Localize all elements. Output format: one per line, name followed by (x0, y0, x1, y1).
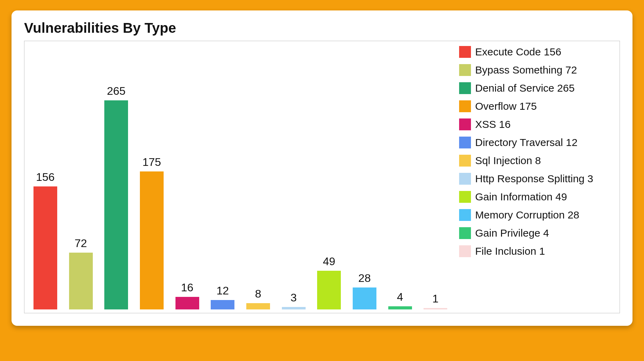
legend-item: Gain Information 49 (459, 191, 613, 203)
legend-item: XSS 16 (459, 118, 613, 130)
bar (353, 287, 376, 309)
legend-label: Execute Code 156 (475, 46, 561, 58)
legend-label: Overflow 175 (475, 100, 537, 112)
bar-slot: 16 (172, 48, 203, 309)
legend-label: Gain Privilege 4 (475, 227, 549, 239)
legend-swatch (459, 82, 471, 94)
legend-item: Sql Injection 8 (459, 155, 613, 167)
bar-value-label: 8 (255, 287, 261, 300)
bar-value-label: 265 (107, 85, 125, 98)
legend-swatch (459, 173, 471, 185)
legend-item: Gain Privilege 4 (459, 227, 613, 239)
bar-value-label: 72 (75, 237, 87, 250)
legend-item: Denial of Service 265 (459, 82, 613, 94)
bar-value-label: 28 (358, 272, 371, 285)
legend: Execute Code 156Bypass Something 72Denia… (453, 45, 613, 309)
legend-swatch (459, 137, 471, 148)
legend-swatch (459, 46, 471, 58)
bar-value-label: 156 (36, 171, 54, 184)
legend-swatch (459, 209, 471, 221)
bar (140, 171, 164, 309)
legend-label: Memory Corruption 28 (475, 209, 579, 221)
bar-value-label: 16 (181, 281, 194, 294)
bar-slot: 72 (66, 48, 96, 309)
legend-swatch (459, 245, 471, 257)
legend-label: Bypass Something 72 (475, 64, 577, 76)
legend-item: Memory Corruption 28 (459, 209, 613, 221)
bar-slot: 3 (278, 48, 309, 309)
bar-slot: 8 (243, 48, 274, 309)
legend-item: Overflow 175 (459, 100, 613, 112)
legend-label: Denial of Service 265 (475, 82, 575, 94)
bar-slot: 12 (207, 48, 238, 309)
legend-label: Gain Information 49 (475, 191, 567, 203)
bar-value-label: 4 (397, 291, 403, 304)
bar (424, 308, 447, 309)
bar (175, 297, 199, 309)
legend-swatch (459, 64, 471, 76)
plot-area: 15672265175161283492841 (28, 45, 453, 309)
bar-slot: 1 (420, 48, 451, 309)
chart-card: Vulnerabilities By Type 1567226517516128… (12, 10, 632, 326)
legend-label: Sql Injection 8 (475, 155, 541, 167)
bar-slot: 175 (136, 48, 167, 309)
bar (317, 271, 341, 309)
bar (33, 186, 57, 309)
bar-value-label: 1 (432, 292, 439, 305)
legend-item: File Inclusion 1 (459, 245, 613, 257)
bar (282, 307, 306, 309)
chart-title: Vulnerabilities By Type (24, 20, 620, 36)
legend-label: File Inclusion 1 (475, 245, 545, 257)
bar-value-label: 12 (216, 284, 229, 297)
legend-swatch (459, 191, 471, 203)
bar (69, 253, 93, 309)
bar (104, 100, 128, 309)
legend-swatch (459, 118, 471, 130)
legend-item: Bypass Something 72 (459, 64, 613, 76)
bar-value-label: 3 (291, 291, 297, 304)
bar-value-label: 175 (142, 156, 161, 169)
legend-item: Execute Code 156 (459, 46, 613, 58)
bar-slot: 49 (314, 48, 344, 309)
legend-label: Http Response Splitting 3 (475, 173, 593, 185)
legend-item: Directory Traversal 12 (459, 137, 613, 148)
legend-label: Directory Traversal 12 (475, 137, 577, 148)
legend-item: Http Response Splitting 3 (459, 173, 613, 185)
bar (211, 300, 234, 309)
legend-swatch (459, 227, 471, 239)
bar (246, 303, 270, 309)
bar-slot: 4 (385, 48, 415, 309)
legend-label: XSS 16 (475, 118, 511, 130)
bar-slot: 156 (30, 48, 61, 309)
bar-slot: 265 (101, 48, 132, 309)
legend-swatch (459, 100, 471, 112)
bar-slot: 28 (349, 48, 380, 309)
bar-value-label: 49 (323, 255, 335, 268)
legend-swatch (459, 155, 471, 167)
bar (388, 306, 412, 309)
chart-frame: 15672265175161283492841 Execute Code 156… (24, 41, 620, 313)
